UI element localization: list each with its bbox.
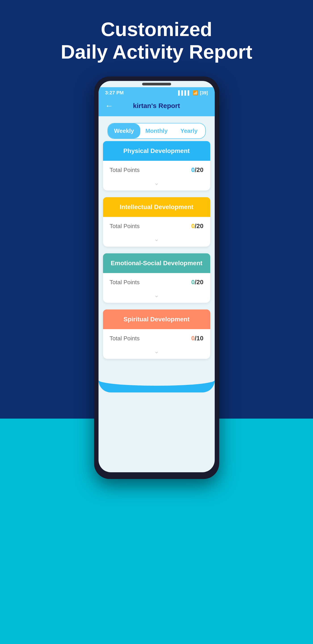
emotional-development-card: Emotional-Social Development Total Point… — [103, 253, 210, 303]
spiritual-points-value: 0/10 — [191, 335, 204, 342]
intellectual-chevron-row: ⌄ — [103, 233, 210, 247]
emotional-card-body: Total Points 0/20 — [103, 273, 210, 289]
physical-expand-icon[interactable]: ⌄ — [154, 179, 159, 186]
spiritual-card-title: Spiritual Development — [124, 316, 190, 323]
header-line1: Customized — [61, 18, 252, 40]
emotional-points-value: 0/20 — [191, 278, 204, 286]
physical-chevron-row: ⌄ — [103, 177, 210, 190]
spiritual-card-body: Total Points 0/10 — [103, 329, 210, 345]
back-button[interactable]: ← — [105, 101, 113, 110]
emotional-card-title: Emotional-Social Development — [111, 260, 202, 266]
tab-yearly[interactable]: Yearly — [173, 124, 205, 138]
physical-total-label: Total Points — [110, 166, 140, 174]
phone-speaker — [142, 83, 171, 86]
tab-monthly[interactable]: Monthly — [140, 124, 173, 138]
physical-development-card: Physical Development Total Points 0/20 ⌄ — [103, 141, 210, 190]
status-time: 3:27 PM — [105, 90, 124, 96]
spiritual-card-header: Spiritual Development — [103, 310, 210, 329]
status-icons: ▌▌▌▌ 📶 [39] — [178, 90, 208, 96]
intellectual-expand-icon[interactable]: ⌄ — [154, 235, 159, 242]
bottom-wave-decoration — [98, 374, 215, 392]
intellectual-total-label: Total Points — [110, 223, 140, 230]
physical-card-header: Physical Development — [103, 141, 210, 161]
spiritual-chevron-row: ⌄ — [103, 345, 210, 359]
spiritual-total-label: Total Points — [110, 335, 140, 342]
spiritual-expand-icon[interactable]: ⌄ — [154, 348, 159, 355]
phone-frame: 3:27 PM ▌▌▌▌ 📶 [39] ← kirtan's Report We… — [94, 76, 219, 479]
intellectual-points-value: 0/20 — [191, 222, 204, 230]
signal-icon: ▌▌▌▌ — [178, 90, 191, 96]
tab-bar: Weekly Monthly Yearly — [107, 123, 206, 139]
battery-icon: [39] — [200, 90, 208, 96]
intellectual-development-card: Intellectual Development Total Points 0/… — [103, 197, 210, 247]
emotional-total-label: Total Points — [110, 279, 140, 286]
physical-card-title: Physical Development — [123, 147, 190, 154]
status-bar: 3:27 PM ▌▌▌▌ 📶 [39] — [98, 87, 215, 98]
emotional-expand-icon[interactable]: ⌄ — [154, 291, 159, 299]
emotional-chevron-row: ⌄ — [103, 289, 210, 303]
app-title: kirtan's Report — [133, 102, 180, 110]
intellectual-card-title: Intellectual Development — [120, 204, 194, 210]
wifi-icon: 📶 — [193, 90, 198, 96]
physical-points-value: 0/20 — [191, 166, 204, 174]
header-line2: Daily Activity Report — [61, 40, 252, 63]
intellectual-card-header: Intellectual Development — [103, 197, 210, 217]
page-header: Customized Daily Activity Report — [61, 18, 252, 63]
physical-card-body: Total Points 0/20 — [103, 161, 210, 177]
app-content: Weekly Monthly Yearly Physical Developme… — [98, 116, 215, 372]
app-header: ← kirtan's Report — [98, 98, 215, 116]
tab-weekly[interactable]: Weekly — [108, 124, 140, 138]
emotional-card-header: Emotional-Social Development — [103, 253, 210, 273]
phone-screen: 3:27 PM ▌▌▌▌ 📶 [39] ← kirtan's Report We… — [98, 81, 215, 472]
spiritual-development-card: Spiritual Development Total Points 0/10 … — [103, 310, 210, 359]
intellectual-card-body: Total Points 0/20 — [103, 217, 210, 233]
